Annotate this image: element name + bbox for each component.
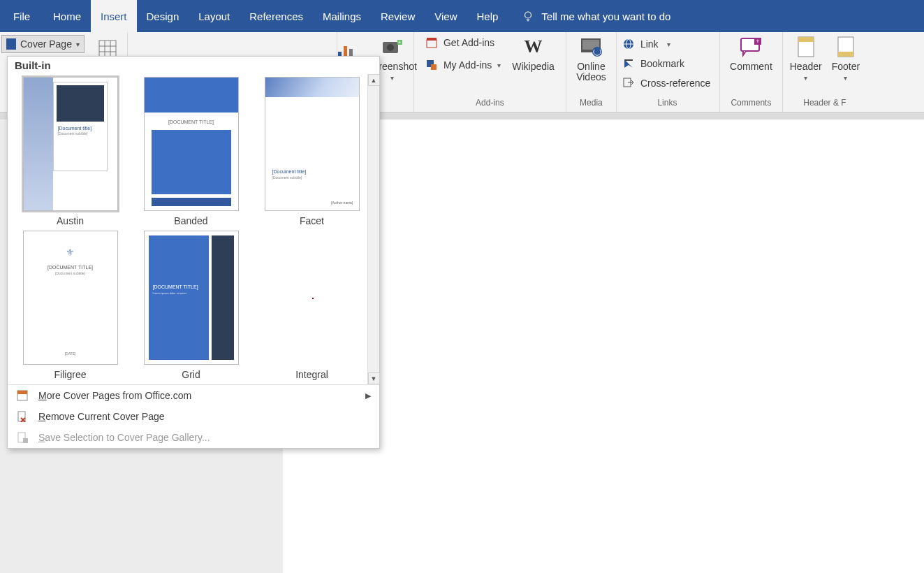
online-videos-label: Online Videos bbox=[576, 61, 606, 83]
save-to-gallery-label: Save Selection to Cover Page Gallery... bbox=[38, 432, 210, 443]
cross-reference-label: Cross-reference bbox=[640, 78, 710, 89]
thumb-label: Facet bbox=[300, 215, 324, 226]
bookmark-label: Bookmark bbox=[640, 58, 684, 69]
thumb-filigree: ⚜ [DOCUMENT TITLE] [Document subtitle] [… bbox=[23, 231, 118, 365]
header-icon bbox=[794, 35, 818, 59]
thumb-label: Filigree bbox=[54, 369, 87, 380]
thumb-title: [DOCUMENT TITLE] bbox=[160, 119, 223, 124]
link-label: Link bbox=[640, 38, 659, 50]
svg-text:+: + bbox=[398, 39, 402, 45]
get-addins-button[interactable]: Get Add-ins bbox=[425, 35, 501, 50]
comment-button[interactable]: + Comment bbox=[730, 35, 772, 72]
bookmark-button[interactable]: Bookmark bbox=[622, 56, 712, 71]
svg-rect-25 bbox=[624, 59, 633, 61]
group-addins-label: Add-ins bbox=[476, 98, 504, 110]
svg-rect-1 bbox=[99, 41, 116, 57]
thumb-author: [Author name] bbox=[331, 201, 353, 205]
svg-rect-19 bbox=[431, 64, 437, 70]
footer-button[interactable]: Footer▾ bbox=[832, 35, 860, 83]
cover-page-button[interactable]: Cover Page ▾ bbox=[1, 35, 85, 53]
svg-text:+: + bbox=[756, 38, 760, 45]
office-icon bbox=[16, 389, 29, 402]
cross-ref-icon bbox=[622, 77, 635, 89]
scroll-up-icon[interactable]: ▲ bbox=[368, 74, 380, 86]
tab-design[interactable]: Design bbox=[137, 0, 189, 32]
svg-rect-17 bbox=[427, 38, 437, 41]
tab-home[interactable]: Home bbox=[43, 0, 91, 32]
remove-cover-page[interactable]: Remove Current Cover Page bbox=[8, 406, 379, 427]
lightbulb-icon bbox=[522, 10, 534, 22]
gallery-item-integral[interactable]: Integral bbox=[262, 231, 362, 380]
my-addins-label: My Add-ins bbox=[443, 59, 492, 71]
group-hf-label: Header & F bbox=[803, 98, 846, 110]
gallery-item-grid[interactable]: [DOCUMENT TITLE]Lorem ipsum dolor sit am… bbox=[141, 231, 241, 380]
svg-point-0 bbox=[525, 12, 531, 18]
thumb-subtitle: [Document subtitle] bbox=[58, 131, 103, 136]
gallery-item-facet[interactable]: [Document title] [Document subtitle] [Au… bbox=[262, 77, 362, 226]
thumb-title: [Document title] bbox=[58, 126, 103, 131]
cover-page-icon bbox=[6, 38, 16, 50]
cover-page-label: Cover Page bbox=[20, 38, 72, 50]
tab-references[interactable]: References bbox=[240, 0, 313, 32]
chevron-down-icon: ▾ bbox=[667, 41, 670, 48]
tab-file[interactable]: File bbox=[0, 0, 43, 32]
more-cover-pages[interactable]: More Cover Pages from Office.com ▶ bbox=[8, 385, 379, 406]
thumb-label: Austin bbox=[57, 215, 84, 226]
addins-icon bbox=[425, 59, 438, 71]
save-to-gallery: Save Selection to Cover Page Gallery... bbox=[8, 427, 379, 448]
svg-rect-31 bbox=[798, 37, 814, 42]
screenshot-icon: + bbox=[380, 35, 404, 59]
bookmark-icon bbox=[622, 57, 635, 70]
thumb-title: [Document title] bbox=[272, 169, 307, 174]
chevron-down-icon: ▾ bbox=[804, 74, 807, 82]
gallery-item-banded[interactable]: [DOCUMENT TITLE] Banded bbox=[141, 77, 241, 226]
remove-icon bbox=[16, 410, 29, 423]
group-comments-label: Comments bbox=[731, 98, 771, 110]
thumb-banded: [DOCUMENT TITLE] bbox=[144, 77, 239, 211]
my-addins-button[interactable]: My Add-ins ▾ bbox=[425, 57, 501, 73]
tab-review[interactable]: Review bbox=[371, 0, 425, 32]
submenu-arrow-icon: ▶ bbox=[365, 391, 371, 400]
footer-label: Footer bbox=[832, 61, 860, 72]
tab-layout[interactable]: Layout bbox=[189, 0, 240, 32]
thumb-grid: [DOCUMENT TITLE]Lorem ipsum dolor sit am… bbox=[144, 231, 239, 365]
chevron-down-icon: ▾ bbox=[844, 74, 847, 82]
thumb-label: Integral bbox=[295, 369, 328, 380]
online-videos-button[interactable]: Online Videos bbox=[576, 35, 606, 83]
header-button[interactable]: Header▾ bbox=[790, 35, 822, 83]
ornament-icon: ⚜ bbox=[24, 247, 117, 258]
wikipedia-icon: W bbox=[522, 35, 545, 59]
svg-point-13 bbox=[387, 44, 394, 51]
get-addins-label: Get Add-ins bbox=[443, 37, 494, 48]
thumb-title: [DOCUMENT TITLE] bbox=[153, 284, 205, 289]
scroll-down-icon[interactable]: ▼ bbox=[368, 372, 380, 384]
wikipedia-label: Wikipedia bbox=[512, 61, 555, 72]
online-video-icon bbox=[579, 35, 603, 59]
tab-insert[interactable]: Insert bbox=[91, 0, 137, 32]
gallery-item-austin[interactable]: [Document title] [Document subtitle] Aus… bbox=[20, 77, 120, 226]
cover-page-gallery: Built-in [Document title] [Document subt… bbox=[7, 56, 380, 449]
cross-reference-button[interactable]: Cross-reference bbox=[622, 75, 712, 91]
thumb-title: [DOCUMENT TITLE] bbox=[24, 265, 117, 270]
thumb-date: [DATE] bbox=[24, 351, 117, 356]
svg-rect-33 bbox=[838, 52, 853, 57]
save-gallery-icon bbox=[16, 431, 29, 444]
tab-help[interactable]: Help bbox=[467, 0, 508, 32]
thumb-integral bbox=[265, 231, 360, 365]
thumb-subtitle: [Document subtitle] bbox=[24, 271, 117, 275]
thumb-austin: [Document title] [Document subtitle] bbox=[23, 77, 118, 211]
svg-rect-16 bbox=[427, 40, 437, 48]
tab-view[interactable]: View bbox=[425, 0, 467, 32]
remove-cover-page-label: Remove Current Cover Page bbox=[38, 411, 165, 422]
chevron-down-icon: ▾ bbox=[497, 61, 501, 69]
gallery-scrollbar[interactable]: ▲ ▼ bbox=[367, 74, 379, 384]
tab-mailings[interactable]: Mailings bbox=[313, 0, 371, 32]
store-icon bbox=[425, 36, 438, 49]
link-button[interactable]: Link ▾ bbox=[622, 36, 712, 52]
tell-me[interactable]: Tell me what you want to do bbox=[522, 0, 670, 32]
header-label: Header bbox=[790, 61, 822, 72]
svg-rect-38 bbox=[23, 438, 28, 443]
gallery-item-filigree[interactable]: ⚜ [DOCUMENT TITLE] [Document subtitle] [… bbox=[20, 231, 120, 380]
wikipedia-button[interactable]: W Wikipedia bbox=[512, 35, 555, 72]
group-links-label: Links bbox=[657, 98, 677, 110]
